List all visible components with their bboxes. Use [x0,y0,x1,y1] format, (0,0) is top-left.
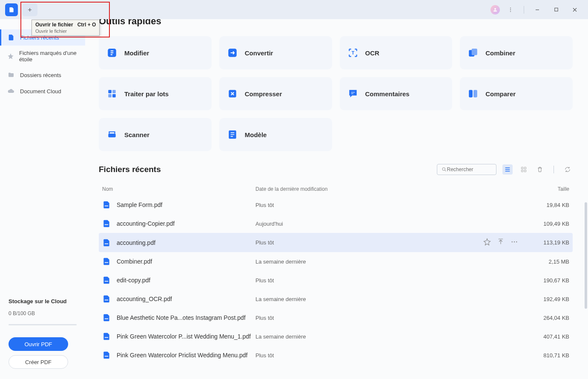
scrollbar[interactable] [585,202,587,309]
compress-icon [227,88,238,99]
upload-icon[interactable] [497,238,505,247]
tool-label: Compresser [245,90,282,98]
new-tab-button[interactable] [22,3,37,16]
svg-rect-33 [105,337,108,338]
file-row[interactable]: Sample Form.pdfPlus tôt19,84 KB [99,195,573,214]
svg-rect-16 [108,134,115,138]
svg-rect-8 [472,49,477,55]
svg-rect-19 [522,167,523,169]
tooltip-subtitle: Ouvrir le fichier [35,29,96,34]
create-pdf-button[interactable]: Créer PDF [9,355,68,369]
svg-rect-20 [524,167,526,169]
tool-label: Traiter par lots [124,90,169,98]
file-size: 810,71 KB [527,352,569,359]
tool-scanner[interactable]: Scanner [99,118,212,151]
refresh-icon [564,166,571,173]
svg-rect-24 [105,224,108,225]
svg-rect-30 [105,281,108,282]
svg-rect-22 [524,170,526,172]
svg-point-18 [442,168,445,170]
file-size: 192,49 KB [527,296,569,302]
close-icon [572,7,577,12]
user-avatar[interactable] [490,5,500,14]
tools-grid: Modifier Convertir T OCR Combiner Traite… [99,36,573,151]
tool-label: Scanner [124,131,149,138]
tool-template[interactable]: Modèle [219,118,332,151]
refresh-button[interactable] [562,164,573,175]
sidebar-item-label: Dossiers récents [20,72,61,78]
minimize-button[interactable] [529,3,545,16]
sidebar-item-starred[interactable]: Fichiers marqués d'une étoile [0,46,85,67]
file-date: La semaine dernière [255,258,527,265]
column-name: Nom [102,186,255,192]
file-list: Sample Form.pdfPlus tôt19,84 KBaccountin… [99,195,573,365]
compare-icon [468,88,479,99]
svg-text:T: T [351,50,354,55]
svg-rect-29 [105,262,108,263]
tool-combine[interactable]: Combiner [460,36,573,69]
pdf-file-icon [102,219,111,228]
svg-point-2 [510,11,511,12]
pdf-file-icon [102,313,111,322]
file-row[interactable]: accounting-Copier.pdfAujourd'hui109,49 K… [99,214,573,233]
file-row[interactable]: Pink Green Watercolor Priclist Wedding M… [99,346,573,365]
cloud-icon [7,87,15,95]
tool-label: OCR [365,49,379,57]
file-row[interactable]: accounting.pdfPlus tôt113,19 KB [99,233,573,252]
file-row[interactable]: edit-copy.pdfPlus tôt190,67 KB [99,271,573,290]
app-logo[interactable] [5,3,18,16]
folder-icon [7,71,15,79]
tool-ocr[interactable]: T OCR [340,36,453,69]
open-pdf-button[interactable]: Ouvrir PDF [9,337,68,351]
file-size: 407,41 KB [527,333,569,340]
file-name: accounting-Copier.pdf [117,220,255,227]
svg-rect-12 [112,94,116,98]
svg-point-26 [512,241,513,242]
svg-rect-21 [522,170,523,172]
main-content: Outils rapides Modifier Convertir T OCR … [85,19,588,379]
more-menu-button[interactable] [502,3,519,16]
maximize-button[interactable] [548,3,564,16]
close-button[interactable] [567,3,583,16]
file-date: Plus tôt [255,239,483,246]
tool-label: Combiner [485,49,515,57]
file-size: 264,04 KB [527,315,569,321]
list-view-button[interactable] [502,164,513,175]
svg-rect-34 [105,356,108,357]
search-input[interactable] [447,167,492,172]
pdf-file-icon [102,276,111,284]
minimize-icon [535,7,540,12]
delete-button[interactable] [535,164,545,175]
sidebar-item-document-cloud[interactable]: Document Cloud [0,83,85,99]
tooltip-shortcut: Ctrl + O [77,22,96,28]
tool-modify[interactable]: Modifier [99,36,212,69]
file-row[interactable]: Pink Green Watercolor P...ist Wedding Me… [99,327,573,346]
svg-rect-23 [105,206,108,207]
file-date: Plus tôt [255,202,527,208]
svg-point-28 [516,241,517,242]
tool-batch[interactable]: Traiter par lots [99,77,212,110]
file-row[interactable]: accounting_OCR.pdfLa semaine dernière192… [99,290,573,308]
sidebar-item-label: Document Cloud [20,88,61,95]
file-name: Sample Form.pdf [117,201,255,208]
search-icon [442,167,447,172]
file-row[interactable]: Blue Aesthetic Note Pa...otes Instagram … [99,308,573,327]
tool-compress[interactable]: Compresser [219,77,332,110]
divider [524,6,524,14]
convert-icon [227,47,238,58]
sidebar-item-recent-folders[interactable]: Dossiers récents [0,67,85,83]
tool-comments[interactable]: Commentaires [340,77,453,110]
file-date: Plus tôt [255,352,527,359]
file-row[interactable]: Combiner.pdfLa semaine dernière2,15 MB [99,252,573,271]
more-icon[interactable] [511,238,518,247]
search-box[interactable] [437,164,496,175]
file-date: Aujourd'hui [255,221,527,227]
tool-convert[interactable]: Convertir [219,36,332,69]
star-icon[interactable] [483,238,491,247]
grid-view-button[interactable] [519,164,529,175]
tool-compare[interactable]: Comparer [460,77,573,110]
svg-rect-15 [473,90,477,97]
pdf-file-icon [102,332,111,341]
titlebar [0,0,588,19]
svg-rect-25 [105,243,108,244]
